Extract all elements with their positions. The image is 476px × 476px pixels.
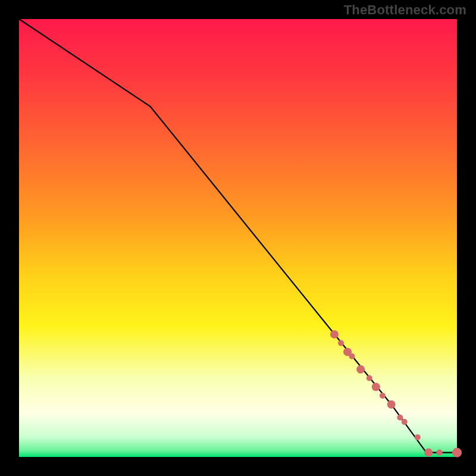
marker-point xyxy=(372,383,380,391)
marker-point xyxy=(349,353,355,359)
marker-point xyxy=(367,375,372,381)
marker-point xyxy=(387,400,396,409)
marker-point xyxy=(330,330,339,339)
watermark-text: TheBottleneck.com xyxy=(344,2,466,18)
bottleneck-chart xyxy=(19,19,457,457)
bottleneck-line xyxy=(19,19,457,453)
marker-point xyxy=(402,419,408,425)
chart-frame: TheBottleneck.com xyxy=(0,0,476,476)
marker-point xyxy=(338,340,344,346)
marker-point xyxy=(397,415,403,421)
marker-point xyxy=(380,393,386,399)
marker-point xyxy=(415,434,421,440)
marker-group xyxy=(330,330,462,458)
marker-point xyxy=(356,365,365,374)
marker-point xyxy=(424,449,433,457)
marker-point xyxy=(437,450,443,456)
marker-point xyxy=(452,448,462,458)
